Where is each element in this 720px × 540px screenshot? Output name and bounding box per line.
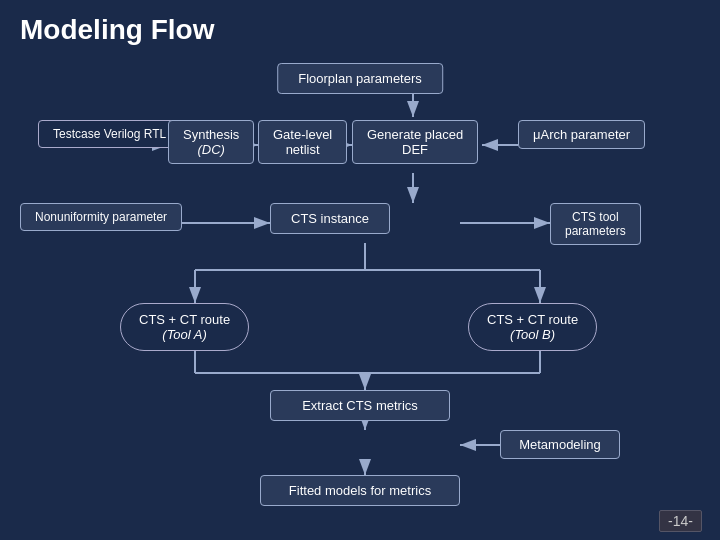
cts-tool-line2: parameters [565,224,626,238]
generate-placed-box: Generate placed DEF [352,120,478,164]
cts-route-b-box: CTS + CT route (Tool B) [468,303,597,351]
muarch-label: μArch parameter [533,127,630,142]
cts-instance-box: CTS instance [270,203,390,234]
cts-instance-label: CTS instance [291,211,369,226]
page-title: Modeling Flow [0,0,720,54]
cts-tool-line1: CTS tool [565,210,626,224]
synthesis-box: Synthesis (DC) [168,120,254,164]
fitted-label: Fitted models for metrics [289,483,431,498]
muarch-box: μArch parameter [518,120,645,149]
floorplan-label: Floorplan parameters [298,71,422,86]
gate-level-line2: netlist [273,142,332,157]
generate-placed-line1: Generate placed [367,127,463,142]
synthesis-line1: Synthesis [183,127,239,142]
cts-route-b-line1: CTS + CT route [487,312,578,327]
cts-route-a-line1: CTS + CT route [139,312,230,327]
page-number: -14- [659,510,702,532]
nonuniformity-box: Nonuniformity parameter [20,203,182,231]
cts-tool-box: CTS tool parameters [550,203,641,245]
cts-route-a-line2: (Tool A) [139,327,230,342]
metamodeling-label: Metamodeling [519,437,601,452]
generate-placed-line2: DEF [367,142,463,157]
gate-level-box: Gate-level netlist [258,120,347,164]
extract-cts-label: Extract CTS metrics [302,398,418,413]
cts-route-a-box: CTS + CT route (Tool A) [120,303,249,351]
metamodeling-box: Metamodeling [500,430,620,459]
floorplan-box: Floorplan parameters [277,63,443,94]
extract-cts-box: Extract CTS metrics [270,390,450,421]
synthesis-line2: (DC) [183,142,239,157]
gate-level-line1: Gate-level [273,127,332,142]
fitted-box: Fitted models for metrics [260,475,460,506]
nonuniformity-label: Nonuniformity parameter [35,210,167,224]
testcase-label: Testcase Verilog RTL [53,127,166,141]
cts-route-b-line2: (Tool B) [487,327,578,342]
testcase-box: Testcase Verilog RTL [38,120,181,148]
